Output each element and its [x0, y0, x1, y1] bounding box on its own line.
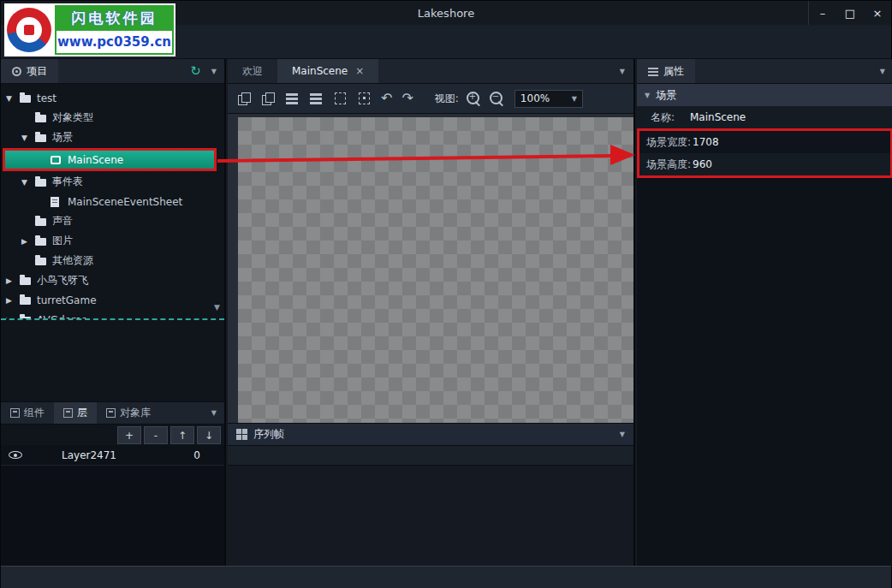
layer-name: Layer2471 — [62, 449, 116, 461]
tab-components-label: 组件 — [24, 406, 45, 420]
chevron-down-icon[interactable]: ▼ — [21, 178, 35, 187]
project-tree-viewport: ▼ test 对象类型 ▼ 场景 MainScene — [1, 84, 224, 318]
transparency-checkerboard[interactable] — [238, 117, 633, 423]
tab-properties[interactable]: 属性 — [637, 59, 695, 83]
watermark-site-name: 闪电软件园 — [55, 5, 174, 31]
folder-icon — [35, 113, 51, 122]
tab-mainscene[interactable]: MainScene × — [277, 59, 378, 83]
window-title: Lakeshore — [418, 7, 474, 20]
tree-item-label: 小鸟飞呀飞 — [35, 273, 88, 288]
chevron-right-icon[interactable]: ▶ — [21, 237, 35, 246]
align-vertical-icon[interactable] — [307, 90, 325, 107]
add-layer-button[interactable]: + — [117, 426, 141, 444]
editor-tab-bar: 欢迎 MainScene × ▼ — [228, 59, 633, 84]
refresh-icon[interactable]: ↻ — [190, 65, 201, 78]
remove-layer-button[interactable]: - — [144, 426, 168, 444]
scene-canvas[interactable] — [228, 114, 633, 423]
folder-icon — [35, 217, 51, 226]
tree-item-test[interactable]: ▼ test — [1, 88, 224, 108]
redo-icon[interactable]: ↷ — [400, 92, 414, 105]
chevron-down-icon[interactable]: ▼ — [880, 68, 885, 75]
property-value[interactable]: 1708 — [693, 136, 719, 148]
logo-icon — [7, 8, 51, 52]
chevron-right-icon[interactable]: ▶ — [6, 276, 20, 285]
layer-list-item[interactable]: Layer2471 0 — [1, 445, 224, 466]
minimize-button[interactable]: – — [809, 1, 836, 25]
tab-components[interactable]: 组件 — [1, 402, 54, 424]
tree-item-label: MainSceneEventSheet — [66, 196, 182, 208]
properties-empty-area — [637, 178, 892, 566]
zoom-out-icon[interactable]: − — [488, 90, 505, 107]
visibility-eye-icon[interactable] — [9, 451, 22, 459]
project-folder-icon — [20, 295, 35, 305]
tree-item-label: 声音 — [51, 214, 73, 229]
zoom-level-dropdown[interactable]: 100% ▼ — [514, 90, 583, 108]
sequence-frames-label: 序列帧 — [253, 427, 284, 442]
tree-item-turretgame[interactable]: ▶ turretGame — [1, 290, 224, 310]
maximize-button[interactable]: □ — [836, 1, 864, 25]
tab-welcome-label: 欢迎 — [242, 64, 263, 79]
view-label: 视图: — [435, 92, 459, 106]
tree-item-label: MainScene — [66, 154, 123, 166]
close-button[interactable]: × — [864, 1, 891, 25]
tree-item-event-sheets[interactable]: ▼ 事件表 — [1, 172, 224, 192]
tree-item-images[interactable]: ▶ 图片 — [1, 231, 224, 251]
property-value[interactable]: 960 — [693, 158, 712, 170]
property-row-scene-height[interactable]: 场景高度: 960 — [639, 153, 890, 175]
scroll-down-icon[interactable]: ▼ — [214, 303, 220, 312]
undo-icon[interactable]: ↶ — [379, 92, 394, 105]
chevron-down-icon[interactable]: ▼ — [620, 431, 625, 438]
align-horizontal-icon[interactable] — [283, 90, 301, 107]
tree-item-other-resources[interactable]: 其他资源 — [1, 251, 224, 270]
layer-list-empty-area — [1, 466, 224, 566]
tree-item-object-types[interactable]: 对象类型 — [1, 108, 224, 128]
tab-layers[interactable]: 层 — [54, 402, 97, 424]
sequence-frames-strip — [228, 446, 633, 466]
watermark-site-url: www.pc0359.cn — [55, 31, 174, 55]
folder-icon — [35, 236, 51, 246]
tree-item-sounds[interactable]: 声音 — [1, 211, 224, 231]
tree-item-label: 事件表 — [51, 175, 83, 189]
chevron-right-icon[interactable]: ▶ — [6, 296, 20, 305]
chevron-down-icon[interactable]: ▼ — [645, 92, 650, 99]
layer-toolbar: + - ↑ ↓ — [1, 425, 224, 445]
tree-item-scenes[interactable]: ▼ 场景 — [1, 128, 224, 147]
properties-icon — [648, 66, 658, 76]
tab-close-icon[interactable]: × — [355, 66, 364, 76]
move-layer-up-button[interactable]: ↑ — [170, 426, 194, 444]
chevron-down-icon[interactable]: ▼ — [6, 94, 20, 103]
project-tree: ▼ test 对象类型 ▼ 场景 MainScene — [1, 84, 224, 401]
chevron-down-icon[interactable]: ▼ — [21, 134, 35, 142]
chevron-down-icon[interactable]: ▼ — [211, 409, 224, 417]
fit-selection-icon[interactable] — [355, 90, 373, 107]
duplicate-icon[interactable] — [259, 90, 277, 107]
chevron-down-icon[interactable]: ▼ — [620, 68, 633, 75]
layers-icon — [63, 408, 73, 418]
zoom-in-icon[interactable]: + — [465, 90, 482, 107]
tree-item-avgdemo[interactable]: ▶ AVGdemo — [1, 310, 224, 318]
folder-icon — [35, 177, 51, 187]
sequence-frames-bar[interactable]: 序列帧 ▼ — [228, 423, 633, 446]
tree-item-mainscene-selected[interactable]: MainScene — [3, 148, 217, 171]
editor-panel: 欢迎 MainScene × ▼ ↶ ↷ 视图: + − 100% ▼ — [228, 59, 635, 566]
property-value[interactable]: MainScene — [690, 111, 746, 123]
tab-welcome[interactable]: 欢迎 — [228, 59, 277, 83]
property-row-scene-width[interactable]: 场景宽度: 1708 — [639, 131, 890, 153]
marquee-select-icon[interactable] — [331, 90, 349, 107]
tree-item-mainscene-eventsheet[interactable]: MainSceneEventSheet — [1, 192, 224, 211]
left-bottom-tabs: 组件 层 对象库 ▼ — [1, 401, 224, 425]
chevron-down-icon[interactable]: ▼ — [211, 68, 217, 75]
scene-icon — [51, 156, 66, 164]
property-row-name[interactable]: 名称: MainScene — [637, 106, 892, 128]
tab-object-library[interactable]: 对象库 — [97, 402, 160, 424]
properties-section-scene[interactable]: ▼ 场景 — [637, 84, 892, 106]
status-bar — [1, 566, 891, 588]
tab-project[interactable]: 项目 — [1, 59, 58, 83]
editor-toolbar: ↶ ↷ 视图: + − 100% ▼ — [228, 84, 633, 114]
move-layer-down-button[interactable]: ↓ — [197, 426, 221, 444]
layer-value: 0 — [193, 449, 200, 461]
paste-icon[interactable] — [235, 90, 253, 107]
properties-section-label: 场景 — [656, 88, 676, 103]
tree-item-bird-project[interactable]: ▶ 小鸟飞呀飞 — [1, 270, 224, 290]
tree-item-label: 图片 — [51, 234, 73, 248]
